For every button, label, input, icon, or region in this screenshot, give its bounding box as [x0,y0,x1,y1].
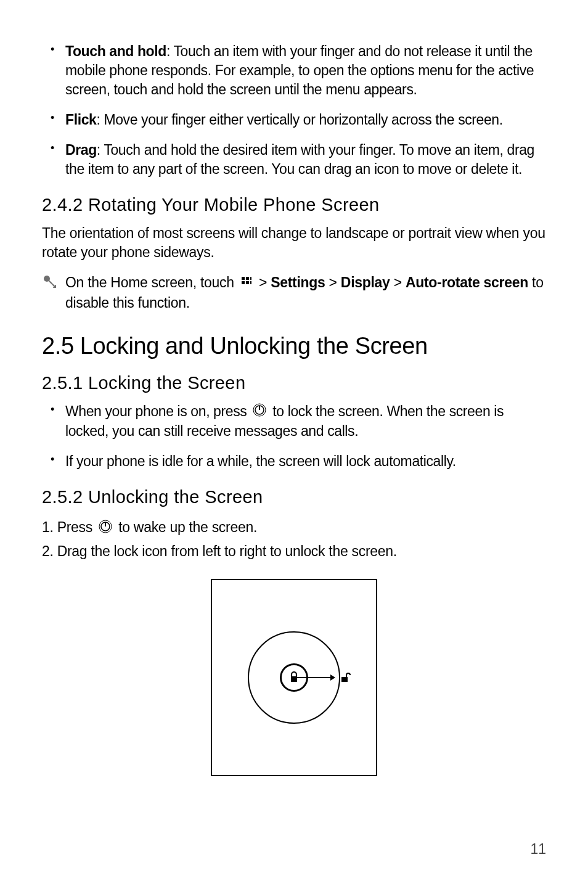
svg-rect-4 [246,281,249,284]
drag-arrow-icon [294,677,334,678]
gesture-label: Flick [65,112,96,128]
gesture-text: : Move your finger either vertically or … [96,112,502,128]
svg-rect-6 [250,281,251,284]
unlock-step-1: 1. Press to wake up the screen. [42,516,546,539]
power-icon [253,403,266,422]
gesture-label: Drag [65,142,97,158]
gesture-item-drag: Drag: Touch and hold the desired item wi… [51,141,546,179]
svg-rect-1 [242,277,245,280]
unlock-step-2: 2. Drag the lock icon from left to right… [42,540,546,563]
tip-autorotate-label: Auto-rotate screen [406,274,528,290]
gesture-list: Touch and hold: Touch an item with your … [42,42,546,179]
unlocking-steps: 1. Press to wake up the screen. 2. Drag … [42,516,546,562]
locking-item-idle: If your phone is idle for a while, the s… [51,452,546,471]
tip-cursor-icon [42,274,60,294]
heading-rotating-screen: 2.4.2 Rotating Your Mobile Phone Screen [42,195,546,215]
lock-open-icon [340,672,351,686]
locking-idle-text: If your phone is idle for a while, the s… [65,453,456,469]
apps-grid-icon [240,274,253,293]
unlock-figure [42,579,546,779]
power-icon [99,517,112,540]
tip-mid: > [259,274,271,290]
svg-rect-2 [246,277,249,280]
heading-locking-screen: 2.5.1 Locking the Screen [42,373,546,393]
svg-rect-5 [250,277,251,280]
locking-item-press: When your phone is on, press to lock the… [51,402,546,441]
step1-pre: 1. Press [42,519,96,535]
tip-display: Display [341,274,390,290]
rotating-screen-body: The orientation of most screens will cha… [42,224,546,262]
tip-settings: Settings [271,274,325,290]
gesture-item-flick: Flick: Move your finger either verticall… [51,110,546,129]
heading-locking-unlocking: 2.5 Locking and Unlocking the Screen [42,333,546,359]
locking-list: When your phone is on, press to lock the… [42,402,546,472]
gesture-item-touch-hold: Touch and hold: Touch an item with your … [51,42,546,99]
tip-autorotate: On the Home screen, touch > Settings > D… [42,273,546,313]
phone-outline [211,579,377,776]
tip-sep: > [390,274,406,290]
tip-text: On the Home screen, touch > Settings > D… [65,273,546,313]
tip-prefix: On the Home screen, touch [65,274,238,290]
gesture-text: : Touch and hold the desired item with y… [65,142,534,177]
svg-rect-3 [242,281,245,284]
locking-pre: When your phone is on, press [65,403,250,419]
gesture-label: Touch and hold [65,43,166,59]
step1-post: to wake up the screen. [118,519,257,535]
heading-unlocking-screen: 2.5.2 Unlocking the Screen [42,487,546,507]
tip-sep: > [325,274,341,290]
